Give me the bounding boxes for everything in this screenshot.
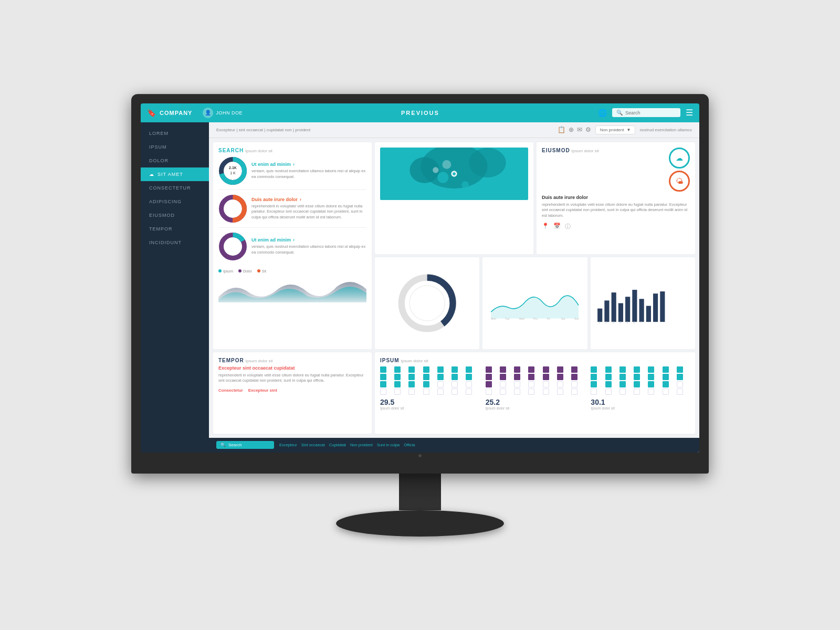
sidebar-item-sit-amet[interactable]: ☁ SIT AMET (141, 167, 209, 181)
globe-icon[interactable]: 🌐 (598, 109, 607, 117)
user-section[interactable]: 👤 JOHN DOE (203, 108, 243, 118)
svg-point-21 (453, 172, 456, 175)
ipsum-square (486, 374, 492, 380)
search-legend: Ipsum Dolor Sit (218, 269, 366, 273)
clipboard-icon[interactable]: 📋 (558, 126, 565, 133)
sidebar-item-incididunt[interactable]: INCIDIDUNT (141, 236, 209, 249)
svg-text:7: 7 (640, 321, 642, 324)
ipsum-square (663, 374, 669, 380)
ipsum-grid-1 (380, 366, 479, 395)
search-text-1: veniam, quis nostrud exercitation ullamc… (251, 169, 366, 180)
ipsum-square (423, 381, 429, 387)
main-content: Excepteur | sint occaecat | cupidatat no… (209, 122, 699, 453)
sidebar-item-consectetur[interactable]: CONSECTETUR (141, 181, 209, 195)
svg-text:Thu: Thu (533, 317, 538, 320)
sidebar-item-dolor[interactable]: DOLOR (141, 154, 209, 167)
ipsum-square (557, 374, 563, 380)
app: 🔖 COMPANY 👤 JOHN DOE PREVIOUS 🌐 🔍 (141, 103, 699, 453)
ipsum-grid-2 (486, 366, 585, 395)
ipsum-square (557, 388, 563, 395)
footer-link-2[interactable]: Cupidatat (329, 443, 346, 447)
svg-point-16 (437, 172, 448, 183)
ipsum-square (571, 374, 578, 380)
footer-link-1[interactable]: Sint occaecat (301, 443, 325, 447)
monitor-stand (336, 510, 504, 537)
tempor-highlight: Excepteur sint occaecat cupidatat (218, 365, 366, 371)
ipsum-section-2: 25.2 Ipsum dolor sit (486, 366, 585, 410)
hamburger-icon[interactable]: ☰ (686, 108, 693, 118)
svg-rect-35 (618, 303, 623, 322)
legend-label-dolor: Dolor (243, 269, 252, 273)
calendar-icon: 📅 (553, 223, 561, 230)
ipsum-square (500, 366, 506, 373)
monitor-screen: 🔖 COMPANY 👤 JOHN DOE PREVIOUS 🌐 🔍 (141, 103, 699, 453)
ipsum-section-1: 29.5 Ipsum dolor sit (380, 366, 479, 410)
ipsum-square (591, 381, 597, 387)
svg-text:2.1K: 2.1K (229, 166, 237, 170)
legend-label-ipsum: Ipsum (223, 269, 233, 273)
ipsum-layout: 29.5 Ipsum dolor sit 25.2 Ipsum dolor si… (380, 366, 690, 410)
search-h4-1: Ut enim ad minim › (251, 162, 366, 167)
ipsum-square (380, 374, 386, 380)
search-section-1: 2.1K 1 K Ut enim ad minim › (218, 156, 366, 190)
svg-rect-41 (660, 291, 665, 322)
ipsum-square (543, 374, 549, 380)
svg-rect-37 (632, 290, 637, 322)
ipsum-square (423, 366, 429, 373)
eiusmod-circle-1: ☁ (669, 148, 690, 169)
ipsum-label-2: Ipsum dolor sit (486, 406, 585, 410)
ipsum-square (514, 388, 520, 395)
tempor-links: Consectetur Excepteur sint (218, 388, 366, 393)
ipsum-square (486, 366, 492, 373)
sidebar-item-eiusmod[interactable]: EIUSMOD (141, 208, 209, 222)
ipsum-square (514, 381, 520, 387)
ipsum-number-2: 25.2 (486, 398, 585, 406)
info-icon: ⓘ (565, 223, 571, 230)
sidebar-item-tempor[interactable]: TEMPOR (141, 222, 209, 236)
ipsum-title: IPSUM (380, 358, 400, 363)
legend-sit: Sit (257, 269, 266, 273)
ipsum-square (543, 381, 549, 387)
bar-chart-card: 1 2 3 4 5 6 7 (591, 257, 695, 349)
footer-search[interactable]: 🔍 Search (216, 441, 274, 449)
chevron-icon-3: › (293, 237, 295, 243)
svg-rect-38 (639, 299, 644, 322)
breadcrumb: Excepteur | sint occaecat | cupidatat no… (216, 128, 310, 132)
footer-link-5[interactable]: Officia (404, 443, 415, 447)
navbar-search-box[interactable]: 🔍 (612, 108, 680, 117)
sidebar-item-ipsum[interactable]: IPSUM (141, 140, 209, 154)
footer-search-icon: 🔍 (220, 443, 226, 447)
legend-label-sit: Sit (262, 269, 266, 273)
svg-text:Sun: Sun (574, 317, 579, 320)
ipsum-square (408, 381, 415, 387)
sidebar-label-dolor: DOLOR (149, 158, 169, 163)
tempor-link-1[interactable]: Consectetur (218, 388, 243, 393)
ipsum-square (452, 388, 458, 395)
settings-icon[interactable]: ⚙ (585, 126, 591, 133)
search-input[interactable] (625, 110, 676, 116)
search-heading-1: Ut enim ad minim (251, 162, 291, 167)
sidebar-item-adipiscing[interactable]: ADIPISCING (141, 195, 209, 208)
svg-text:5: 5 (626, 321, 628, 324)
footer-link-3[interactable]: Non proident (350, 443, 373, 447)
svg-point-15 (469, 148, 506, 177)
svg-text:3: 3 (612, 321, 614, 324)
legend-dot-dolor (238, 269, 242, 272)
ipsum-square (394, 388, 401, 395)
brand-label: COMPANY (160, 110, 192, 116)
tempor-link-2[interactable]: Excepteur sint (248, 388, 277, 393)
dropdown-btn[interactable]: Non proident ▼ (595, 125, 636, 134)
mail-icon[interactable]: ✉ (577, 126, 582, 133)
svg-text:1 K: 1 K (230, 242, 236, 245)
monitor-neck (399, 474, 441, 510)
sidebar-item-lorem[interactable]: LOREM (141, 127, 209, 140)
add-icon[interactable]: ⊕ (569, 126, 574, 133)
ipsum-square (408, 388, 415, 395)
ipsum-section-3: 30.1 Ipsum dolor sit (591, 366, 690, 410)
footer-link-4[interactable]: Sunt in culpa (377, 443, 400, 447)
footer-link-0[interactable]: Excepteur (279, 443, 297, 447)
search-section-2: 6 K 6 K Duis aute irure dolor › (218, 194, 366, 228)
charts-row: Mon Tue Wed Thu Fri Sat Sun (375, 257, 695, 349)
eiusmod-text: reprehenderit in voluptate velit esse ci… (542, 202, 690, 219)
footer-bar: 🔍 Search Excepteur Sint occaecat Cupidat… (209, 438, 699, 453)
